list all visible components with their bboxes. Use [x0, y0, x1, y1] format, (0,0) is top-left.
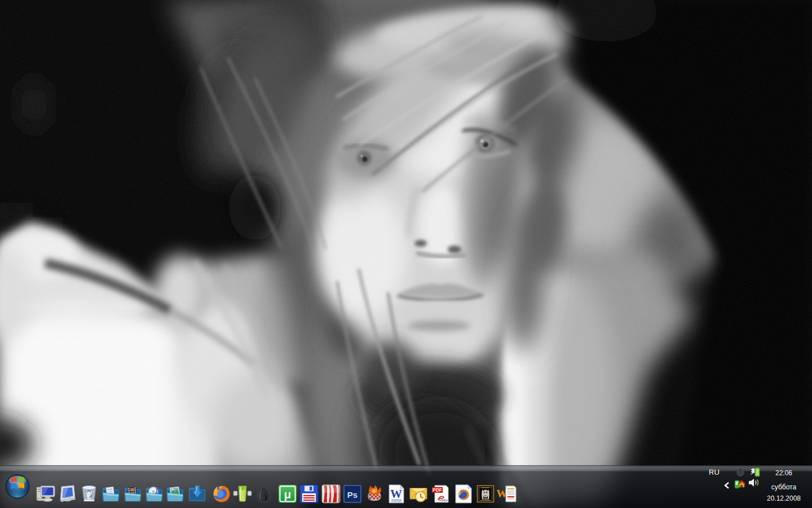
svg-text:μ: μ: [284, 488, 292, 501]
svg-text:Ps: Ps: [347, 490, 358, 500]
svg-text:W: W: [390, 487, 402, 501]
svg-text:Adobe: Adobe: [439, 498, 448, 502]
svg-text:PDF: PDF: [433, 487, 442, 493]
